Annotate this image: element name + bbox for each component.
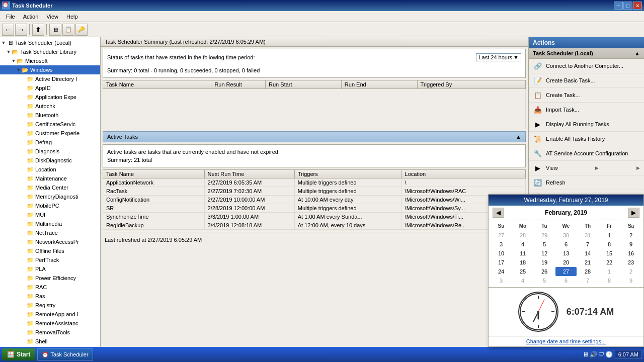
tree-node-item-4[interactable]: Bluetooth	[0, 111, 100, 120]
menu-file[interactable]: File	[2, 13, 19, 21]
expand-library[interactable]: ▼	[6, 49, 11, 54]
tree-node-item-6[interactable]: Customer Experie	[0, 129, 100, 138]
tree-node-item-7[interactable]: Defrag	[0, 138, 100, 147]
tree-node-windows[interactable]: ▼ Windows	[0, 65, 100, 74]
menu-view[interactable]: View	[42, 13, 62, 21]
expand-root[interactable]: ▼	[1, 40, 6, 45]
calendar-next-button[interactable]: ▶	[628, 208, 639, 218]
expand-3[interactable]	[21, 104, 26, 109]
action-item-3[interactable]: 📥Import Task...	[529, 103, 644, 117]
collapse-actions-icon[interactable]: ▲	[634, 50, 640, 56]
cal-day[interactable]: 22	[599, 258, 620, 267]
tree-node-item-19[interactable]: Offline Files	[0, 246, 100, 255]
expand-19[interactable]	[21, 248, 26, 253]
list-button[interactable]: 📋	[62, 24, 74, 36]
expand-9[interactable]	[21, 158, 26, 163]
expand-20[interactable]	[21, 257, 26, 262]
cal-day[interactable]: 31	[577, 231, 598, 240]
computer-button[interactable]: 🖥	[49, 24, 61, 36]
cal-day[interactable]: 7	[577, 276, 598, 285]
tree-node-root[interactable]: ▼ Task Scheduler (Local)	[0, 38, 100, 47]
expand-18[interactable]	[21, 239, 26, 244]
tree-node-item-16[interactable]: Multimedia	[0, 219, 100, 228]
cal-day[interactable]: 24	[491, 267, 512, 276]
dropdown-arrow-icon[interactable]: ▼	[513, 54, 519, 60]
expand-29[interactable]	[21, 339, 26, 344]
table-row[interactable]: SynchronizeTime 3/3/2019 1:00:00 AM At 1…	[103, 213, 526, 221]
expand-16[interactable]	[21, 221, 26, 226]
cal-day-selected[interactable]: 27	[555, 267, 577, 276]
expand-22[interactable]	[21, 276, 26, 281]
table-row[interactable]: RegIdleBackup 3/4/2019 12:08:18 AM At 12…	[103, 221, 526, 230]
table-row[interactable]: SR 2/28/2019 12:00:00 AM Multiple trigge…	[103, 204, 526, 213]
tree-node-item-10[interactable]: Location	[0, 165, 100, 174]
tree-node-item-13[interactable]: MemoryDiagnosti	[0, 192, 100, 201]
calendar-prev-button[interactable]: ◀	[493, 208, 504, 218]
minimize-button[interactable]: ─	[614, 2, 623, 10]
tree-node-item-18[interactable]: NetworkAccessPr	[0, 237, 100, 246]
cal-day[interactable]: 4	[512, 276, 533, 285]
cal-day[interactable]: 16	[620, 249, 641, 258]
tree-node-item-1[interactable]: AppID	[0, 83, 100, 93]
expand-15[interactable]	[21, 212, 26, 217]
cal-day[interactable]: 2	[620, 267, 641, 276]
expand-2[interactable]	[21, 95, 26, 100]
tree-node-item-0[interactable]: Active Directory I	[0, 74, 100, 83]
expand-13[interactable]	[21, 194, 26, 199]
time-period-dropdown[interactable]: Last 24 hours ▼	[476, 53, 521, 61]
cal-day[interactable]: 18	[512, 258, 533, 267]
menu-action[interactable]: Action	[19, 13, 43, 21]
change-date-time-link[interactable]: Change date and time settings...	[489, 336, 643, 346]
cal-day[interactable]: 9	[620, 276, 641, 285]
start-button[interactable]: 🪟 Start	[2, 348, 35, 360]
table-row[interactable]: ApplicationNetwork 2/27/2019 6:05:35 AM …	[103, 178, 526, 187]
expand-8[interactable]	[21, 149, 26, 154]
expand-10[interactable]	[21, 167, 26, 172]
tree-node-item-11[interactable]: Maintenance	[0, 174, 100, 183]
expand-25[interactable]	[21, 303, 26, 308]
tree-node-item-26[interactable]: RemoteApp and I	[0, 310, 100, 319]
expand-microsoft[interactable]: ▼	[11, 58, 16, 63]
tree-node-item-9[interactable]: DiskDiagnostic	[0, 156, 100, 165]
expand-6[interactable]	[21, 131, 26, 136]
tree-node-microsoft[interactable]: ▼ Microsoft	[0, 56, 100, 65]
tree-node-item-12[interactable]: Media Center	[0, 183, 100, 192]
cal-day[interactable]: 5	[534, 240, 555, 249]
action-item-8[interactable]: 🔄Refresh	[529, 175, 644, 190]
tree-node-item-29[interactable]: Shell	[0, 337, 100, 346]
expand-27[interactable]	[21, 321, 26, 326]
cal-day[interactable]: 26	[534, 267, 555, 276]
cal-day[interactable]: 4	[512, 240, 533, 249]
cal-day[interactable]: 12	[534, 249, 555, 258]
expand-26[interactable]	[21, 312, 26, 317]
cal-day[interactable]: 2	[620, 231, 641, 240]
tree-node-item-20[interactable]: PerfTrack	[0, 255, 100, 264]
tree-node-item-22[interactable]: Power Efficiency	[0, 274, 100, 283]
tree-node-item-28[interactable]: RemovalTools	[0, 328, 100, 337]
cal-day[interactable]: 3	[491, 240, 512, 249]
close-button[interactable]: ✕	[633, 2, 642, 10]
expand-28[interactable]	[21, 330, 26, 335]
expand-17[interactable]	[21, 230, 26, 235]
tree-node-item-17[interactable]: NetTrace	[0, 228, 100, 237]
tree-node-library[interactable]: ▼ Task Scheduler Library	[0, 47, 100, 56]
cal-day[interactable]: 27	[491, 231, 512, 240]
cal-day[interactable]: 29	[534, 231, 555, 240]
active-tasks-header[interactable]: Active Tasks ▲	[103, 131, 526, 142]
table-row[interactable]: RacTask 2/27/2019 7:02:30 AM Multiple tr…	[103, 187, 526, 196]
tree-node-item-2[interactable]: Application Expe	[0, 93, 100, 102]
tree-node-item-14[interactable]: MobilePC	[0, 201, 100, 210]
menu-help[interactable]: Help	[62, 13, 82, 21]
up-button[interactable]: ⬆	[32, 24, 44, 36]
action-item-4[interactable]: ▶Display All Running Tasks	[529, 117, 644, 132]
expand-windows[interactable]: ▼	[16, 67, 21, 72]
expand-4[interactable]	[21, 113, 26, 118]
cal-day[interactable]: 17	[491, 258, 512, 267]
expand-11[interactable]	[21, 176, 26, 181]
cal-day[interactable]: 7	[577, 240, 598, 249]
expand-23[interactable]	[21, 285, 26, 290]
cal-day[interactable]: 28	[512, 231, 533, 240]
action-item-6[interactable]: 🔧AT Service Account Configuration	[529, 146, 644, 161]
taskbar-time[interactable]: 6:07 AM	[615, 350, 642, 359]
cal-day[interactable]: 3	[491, 276, 512, 285]
